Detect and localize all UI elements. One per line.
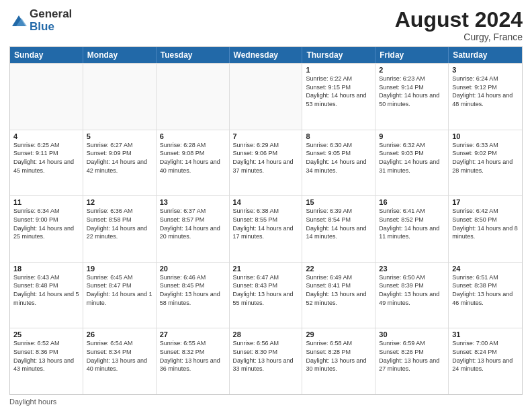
day-info: Sunrise: 6:24 AM Sunset: 9:12 PM Dayligh… [452, 75, 519, 108]
table-row: 21Sunrise: 6:47 AM Sunset: 8:43 PM Dayli… [230, 263, 303, 328]
day-number: 14 [233, 198, 299, 206]
day-number: 28 [233, 330, 299, 338]
table-row: 27Sunrise: 6:55 AM Sunset: 8:32 PM Dayli… [157, 328, 230, 394]
day-number: 16 [379, 198, 445, 206]
day-number: 18 [13, 265, 79, 273]
day-info: Sunrise: 6:43 AM Sunset: 8:48 PM Dayligh… [13, 273, 79, 307]
calendar: Sunday Monday Tuesday Wednesday Thursday… [9, 46, 523, 395]
calendar-header: Sunday Monday Tuesday Wednesday Thursday… [10, 47, 522, 63]
table-row: 19Sunrise: 6:45 AM Sunset: 8:47 PM Dayli… [83, 263, 157, 328]
table-row: 30Sunrise: 6:59 AM Sunset: 8:26 PM Dayli… [375, 328, 449, 394]
header-sunday: Sunday [10, 47, 83, 63]
day-number: 5 [87, 132, 152, 140]
table-row [83, 64, 157, 130]
table-row: 5Sunrise: 6:27 AM Sunset: 9:09 PM Daylig… [83, 130, 157, 196]
table-row: 17Sunrise: 6:42 AM Sunset: 8:50 PM Dayli… [449, 196, 522, 262]
table-row: 12Sunrise: 6:36 AM Sunset: 8:58 PM Dayli… [83, 196, 157, 262]
day-number: 24 [452, 265, 519, 273]
footer-note: Daylight hours [9, 398, 523, 406]
table-row: 2Sunrise: 6:23 AM Sunset: 9:14 PM Daylig… [375, 64, 449, 130]
day-info: Sunrise: 6:38 AM Sunset: 8:55 PM Dayligh… [233, 207, 299, 240]
day-number: 8 [306, 132, 371, 140]
day-info: Sunrise: 6:37 AM Sunset: 8:57 PM Dayligh… [160, 207, 226, 240]
day-info: Sunrise: 6:39 AM Sunset: 8:54 PM Dayligh… [306, 207, 371, 240]
calendar-week-5: 25Sunrise: 6:52 AM Sunset: 8:36 PM Dayli… [10, 328, 522, 394]
day-info: Sunrise: 6:56 AM Sunset: 8:30 PM Dayligh… [233, 339, 299, 373]
day-info: Sunrise: 6:46 AM Sunset: 8:45 PM Dayligh… [160, 273, 226, 307]
day-info: Sunrise: 6:47 AM Sunset: 8:43 PM Dayligh… [233, 273, 299, 307]
table-row: 3Sunrise: 6:24 AM Sunset: 9:12 PM Daylig… [449, 64, 522, 130]
table-row: 11Sunrise: 6:34 AM Sunset: 9:00 PM Dayli… [10, 196, 83, 262]
day-number: 3 [452, 66, 519, 74]
day-info: Sunrise: 6:59 AM Sunset: 8:26 PM Dayligh… [379, 339, 445, 373]
day-number: 23 [379, 265, 445, 273]
day-info: Sunrise: 6:23 AM Sunset: 9:14 PM Dayligh… [379, 75, 445, 108]
table-row [230, 64, 303, 130]
table-row: 31Sunrise: 7:00 AM Sunset: 8:24 PM Dayli… [449, 328, 522, 394]
table-row: 9Sunrise: 6:32 AM Sunset: 9:03 PM Daylig… [375, 130, 449, 196]
table-row: 4Sunrise: 6:25 AM Sunset: 9:11 PM Daylig… [10, 130, 83, 196]
day-number: 11 [13, 198, 79, 206]
table-row: 7Sunrise: 6:29 AM Sunset: 9:06 PM Daylig… [230, 130, 303, 196]
table-row: 23Sunrise: 6:50 AM Sunset: 8:39 PM Dayli… [375, 263, 449, 328]
day-info: Sunrise: 6:42 AM Sunset: 8:50 PM Dayligh… [452, 207, 519, 240]
day-number: 7 [233, 132, 299, 140]
day-number: 4 [13, 132, 79, 140]
header-monday: Monday [83, 47, 157, 63]
day-number: 17 [452, 198, 519, 206]
day-info: Sunrise: 6:32 AM Sunset: 9:03 PM Dayligh… [379, 141, 445, 175]
logo-icon [9, 11, 28, 30]
day-info: Sunrise: 6:54 AM Sunset: 8:34 PM Dayligh… [87, 339, 152, 373]
calendar-body: 1Sunrise: 6:22 AM Sunset: 9:15 PM Daylig… [10, 63, 522, 394]
day-info: Sunrise: 6:30 AM Sunset: 9:05 PM Dayligh… [306, 141, 371, 175]
day-number: 21 [233, 265, 299, 273]
day-number: 26 [87, 330, 152, 338]
table-row: 6Sunrise: 6:28 AM Sunset: 9:08 PM Daylig… [157, 130, 230, 196]
logo: General Blue [9, 8, 72, 33]
table-row: 13Sunrise: 6:37 AM Sunset: 8:57 PM Dayli… [157, 196, 230, 262]
day-number: 1 [306, 66, 371, 74]
table-row: 20Sunrise: 6:46 AM Sunset: 8:45 PM Dayli… [157, 263, 230, 328]
table-row: 25Sunrise: 6:52 AM Sunset: 8:36 PM Dayli… [10, 328, 83, 394]
table-row: 29Sunrise: 6:58 AM Sunset: 8:28 PM Dayli… [302, 328, 375, 394]
day-info: Sunrise: 6:41 AM Sunset: 8:52 PM Dayligh… [379, 207, 445, 240]
logo-blue-text: Blue [30, 21, 72, 34]
day-number: 27 [160, 330, 226, 338]
header-friday: Friday [375, 47, 449, 63]
day-info: Sunrise: 6:50 AM Sunset: 8:39 PM Dayligh… [379, 273, 445, 307]
table-row: 24Sunrise: 6:51 AM Sunset: 8:38 PM Dayli… [449, 263, 522, 328]
header-saturday: Saturday [449, 47, 522, 63]
table-row: 28Sunrise: 6:56 AM Sunset: 8:30 PM Dayli… [230, 328, 303, 394]
day-number: 29 [306, 330, 371, 338]
title-section: August 2024 Curgy, France [395, 8, 523, 42]
table-row: 8Sunrise: 6:30 AM Sunset: 9:05 PM Daylig… [302, 130, 375, 196]
day-info: Sunrise: 7:00 AM Sunset: 8:24 PM Dayligh… [452, 339, 519, 373]
day-info: Sunrise: 6:49 AM Sunset: 8:41 PM Dayligh… [306, 273, 371, 307]
table-row: 15Sunrise: 6:39 AM Sunset: 8:54 PM Dayli… [302, 196, 375, 262]
day-number: 12 [87, 198, 152, 206]
table-row: 22Sunrise: 6:49 AM Sunset: 8:41 PM Dayli… [302, 263, 375, 328]
table-row: 10Sunrise: 6:33 AM Sunset: 9:02 PM Dayli… [449, 130, 522, 196]
day-info: Sunrise: 6:51 AM Sunset: 8:38 PM Dayligh… [452, 273, 519, 307]
day-info: Sunrise: 6:45 AM Sunset: 8:47 PM Dayligh… [87, 273, 152, 307]
table-row: 18Sunrise: 6:43 AM Sunset: 8:48 PM Dayli… [10, 263, 83, 328]
day-info: Sunrise: 6:22 AM Sunset: 9:15 PM Dayligh… [306, 75, 371, 108]
table-row: 14Sunrise: 6:38 AM Sunset: 8:55 PM Dayli… [230, 196, 303, 262]
day-info: Sunrise: 6:29 AM Sunset: 9:06 PM Dayligh… [233, 141, 299, 175]
page: General Blue August 2024 Curgy, France S… [0, 0, 532, 411]
day-number: 20 [160, 265, 226, 273]
logo-general-text: General [30, 8, 72, 21]
table-row: 1Sunrise: 6:22 AM Sunset: 9:15 PM Daylig… [302, 64, 375, 130]
day-info: Sunrise: 6:28 AM Sunset: 9:08 PM Dayligh… [160, 141, 226, 175]
table-row [157, 64, 230, 130]
day-info: Sunrise: 6:27 AM Sunset: 9:09 PM Dayligh… [87, 141, 152, 175]
day-info: Sunrise: 6:58 AM Sunset: 8:28 PM Dayligh… [306, 339, 371, 373]
day-number: 2 [379, 66, 445, 74]
day-number: 31 [452, 330, 519, 338]
table-row: 16Sunrise: 6:41 AM Sunset: 8:52 PM Dayli… [375, 196, 449, 262]
day-info: Sunrise: 6:33 AM Sunset: 9:02 PM Dayligh… [452, 141, 519, 175]
day-info: Sunrise: 6:55 AM Sunset: 8:32 PM Dayligh… [160, 339, 226, 373]
calendar-week-2: 4Sunrise: 6:25 AM Sunset: 9:11 PM Daylig… [10, 130, 522, 196]
table-row: 26Sunrise: 6:54 AM Sunset: 8:34 PM Dayli… [83, 328, 157, 394]
day-info: Sunrise: 6:52 AM Sunset: 8:36 PM Dayligh… [13, 339, 79, 373]
